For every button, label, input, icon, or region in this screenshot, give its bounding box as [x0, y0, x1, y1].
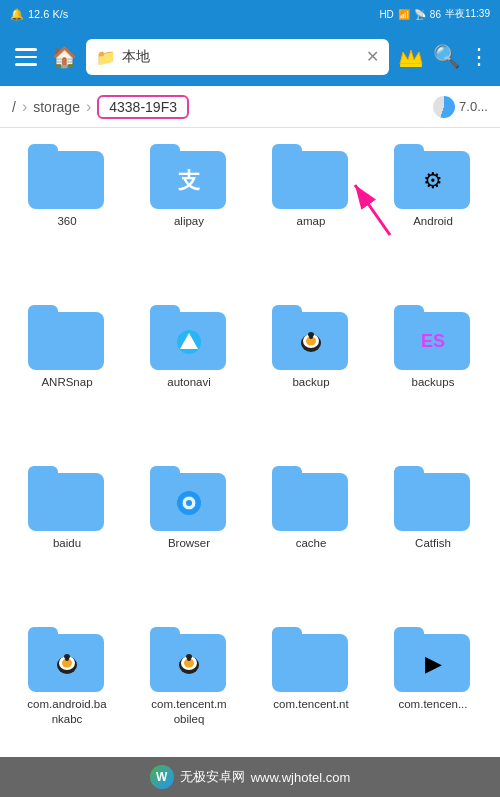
file-label: backup [292, 375, 329, 390]
notification-icon: 🔔 [10, 8, 24, 21]
folder-icon [150, 466, 228, 531]
speed-indicator: 12.6 K/s [28, 8, 68, 20]
folder-icon [272, 466, 350, 531]
file-item-alipay[interactable]: 支alipay [130, 138, 248, 289]
toolbar: 🏠 📁 本地 ✕ 🔍 ⋮ [0, 28, 500, 86]
svg-rect-21 [186, 654, 192, 659]
breadcrumb-root[interactable]: / [12, 99, 16, 115]
folder-overlay [150, 631, 228, 696]
file-item-backups[interactable]: ESbackups [374, 299, 492, 450]
file-label: Catfish [415, 536, 451, 551]
storage-chart [433, 96, 455, 118]
file-label: com.android.bankabc [27, 697, 107, 727]
folder-icon [272, 627, 350, 692]
folder-overlay [272, 309, 350, 374]
folder-icon [150, 305, 228, 370]
watermark: W 无极安卓网 www.wjhotel.com [0, 757, 500, 797]
file-label: backups [412, 375, 455, 390]
file-label: com.tencent.nt [273, 697, 348, 712]
folder-overlay: 支 [150, 148, 228, 213]
breadcrumb-active[interactable]: 4338-19F3 [97, 95, 189, 119]
svg-rect-1 [400, 64, 422, 67]
file-item-catfish[interactable]: Catfish [374, 460, 492, 611]
breadcrumb-sep-1: › [22, 98, 27, 116]
more-options-button[interactable]: ⋮ [468, 44, 490, 70]
file-item-baidu[interactable]: baidu [8, 460, 126, 611]
svg-point-11 [186, 500, 192, 506]
tab-close-button[interactable]: ✕ [366, 49, 379, 65]
signal-icon: 📡 [414, 9, 426, 20]
status-bar-right: HD 📶 📡 86 半夜11:39 [379, 7, 490, 21]
search-button[interactable]: 🔍 [433, 44, 460, 70]
folder-icon [28, 466, 106, 531]
tab-pill[interactable]: 📁 本地 ✕ [86, 39, 389, 75]
file-label: baidu [53, 536, 81, 551]
svg-marker-0 [400, 50, 422, 64]
battery-level: 86 [430, 9, 441, 20]
watermark-url: www.wjhotel.com [251, 770, 351, 785]
folder-overlay [150, 309, 228, 374]
file-label: Browser [168, 536, 210, 551]
file-item-360[interactable]: 360 [8, 138, 126, 289]
storage-label: 7.0... [459, 99, 488, 114]
file-label: com.tencen... [398, 697, 467, 712]
file-label: 360 [57, 214, 76, 229]
folder-icon: ES [394, 305, 472, 370]
file-label: alipay [174, 214, 204, 229]
file-label: amap [297, 214, 326, 229]
file-label: cache [296, 536, 327, 551]
folder-icon [272, 305, 350, 370]
folder-icon [28, 305, 106, 370]
tab-label: 本地 [122, 48, 360, 66]
hd-icon: HD [379, 9, 393, 20]
menu-button[interactable] [10, 41, 42, 73]
file-label: ANRSnap [41, 375, 92, 390]
file-label: Android [413, 214, 453, 229]
folder-icon [28, 627, 106, 692]
svg-rect-8 [308, 332, 314, 337]
crown-button[interactable] [397, 43, 425, 71]
breadcrumb: / › storage › 4338-19F3 7.0... [0, 86, 500, 128]
file-grid: 360支alipayamap⚙AndroidANRSnapautonavibac… [0, 128, 500, 797]
status-bar-left: 🔔 12.6 K/s [10, 8, 68, 21]
file-label: autonavi [167, 375, 210, 390]
watermark-logo: W [150, 765, 174, 789]
folder-icon: ▶ [394, 627, 472, 692]
wifi-icon: 📶 [398, 9, 410, 20]
file-item-autonavi[interactable]: autonavi [130, 299, 248, 450]
home-button[interactable]: 🏠 [50, 43, 78, 71]
file-item-anrsnap[interactable]: ANRSnap [8, 299, 126, 450]
tab-folder-icon: 📁 [96, 48, 116, 67]
storage-info: 7.0... [433, 96, 488, 118]
file-item-backup[interactable]: backup [252, 299, 370, 450]
folder-icon [28, 144, 106, 209]
folder-overlay: ▶ [394, 631, 472, 696]
breadcrumb-sep-2: › [86, 98, 91, 116]
file-item-amap[interactable]: amap [252, 138, 370, 289]
status-bar: 🔔 12.6 K/s HD 📶 📡 86 半夜11:39 [0, 0, 500, 28]
folder-icon: 支 [150, 144, 228, 209]
file-item-android[interactable]: ⚙Android [374, 138, 492, 289]
watermark-logo-text: W [156, 770, 167, 784]
watermark-text: 无极安卓网 [180, 768, 245, 786]
folder-overlay [28, 631, 106, 696]
folder-icon [394, 466, 472, 531]
svg-rect-16 [64, 654, 70, 659]
folder-overlay: ⚙ [394, 148, 472, 213]
file-label: com.tencent.mobileq [149, 697, 229, 727]
folder-overlay: ES [394, 309, 472, 374]
folder-icon [272, 144, 350, 209]
folder-icon: ⚙ [394, 144, 472, 209]
breadcrumb-storage[interactable]: storage [33, 99, 80, 115]
folder-icon [150, 627, 228, 692]
time-display: 半夜11:39 [445, 7, 490, 21]
file-item-browser[interactable]: Browser [130, 460, 248, 611]
folder-overlay [150, 470, 228, 535]
file-item-cache[interactable]: cache [252, 460, 370, 611]
